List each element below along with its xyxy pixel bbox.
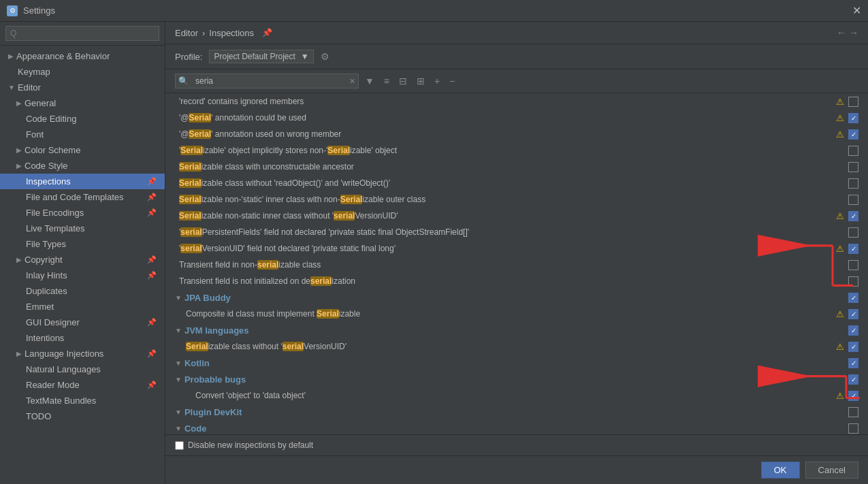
sidebar-item-live-templates[interactable]: Live Templates — [0, 221, 165, 236]
sidebar-item-code-style[interactable]: ▶ Code Style — [0, 158, 165, 174]
inspection-checkbox[interactable] — [848, 260, 858, 270]
bottom-bar: Disable new inspections by default — [165, 434, 868, 455]
sidebar-search-box[interactable] — [0, 22, 165, 46]
search-input[interactable] — [191, 74, 347, 88]
sidebar-item-natural-languages[interactable]: Natural Languages — [0, 361, 165, 377]
inspection-text: Serializable non-static inner class with… — [179, 211, 836, 221]
inspection-checkbox[interactable] — [848, 195, 858, 205]
sidebar-item-editor[interactable]: ▼ Editor — [0, 80, 165, 95]
sidebar-item-copyright[interactable]: ▶ Copyright 📌 — [0, 252, 165, 268]
table-row[interactable]: 'Serializable' object implicitly stores … — [165, 142, 868, 159]
inspection-checkbox[interactable] — [848, 227, 858, 238]
group-checkbox[interactable] — [848, 423, 858, 434]
group-header-probable-bugs[interactable]: ▼ Probable bugs — [165, 371, 868, 387]
table-row[interactable]: Serializable non-'static' inner class wi… — [165, 191, 868, 208]
sidebar-item-inspections[interactable]: Inspections 📌 — [0, 174, 165, 189]
table-row[interactable]: Transient field is not initialized on de… — [165, 273, 868, 289]
table-row[interactable]: 'record' contains ignored members ⚠ — [165, 93, 868, 110]
filter-button[interactable]: ▼ — [361, 74, 378, 88]
inspection-text: Serializable class without 'readObject()… — [179, 178, 848, 188]
group-header-jvm-languages[interactable]: ▼ JVM languages — [165, 322, 868, 338]
table-row[interactable]: Serializable class without 'readObject()… — [165, 175, 868, 191]
sidebar-item-code-editing[interactable]: Code Editing — [0, 111, 165, 127]
nav-back-button[interactable]: ← — [837, 27, 846, 38]
inspection-checkbox[interactable] — [848, 178, 858, 189]
sidebar-search-input[interactable] — [5, 26, 159, 41]
inspection-checkbox[interactable] — [848, 162, 858, 172]
group-header-kotlin[interactable]: ▼ Kotlin — [165, 355, 868, 371]
sidebar-item-label: Inspections — [26, 176, 71, 187]
sidebar-item-label: Duplicates — [26, 286, 67, 296]
sidebar: ▶ Appearance & Behavior Keymap ▼ Editor … — [0, 22, 165, 484]
gear-button[interactable]: ⚙ — [321, 51, 329, 62]
sidebar-item-intentions[interactable]: Intentions — [0, 330, 165, 346]
sidebar-item-duplicates[interactable]: Duplicates — [0, 283, 165, 299]
inspection-checkbox[interactable] — [848, 276, 858, 287]
sidebar-item-gui-designer[interactable]: GUI Designer 📌 — [0, 314, 165, 330]
pin-icon: 📌 — [147, 318, 157, 327]
inspection-checkbox[interactable] — [848, 244, 858, 254]
sidebar-item-todo[interactable]: TODO — [0, 408, 165, 424]
group-checkbox[interactable] — [848, 358, 858, 368]
sidebar-item-language-injections[interactable]: ▶ Language Injections 📌 — [0, 346, 165, 361]
sidebar-item-reader-mode[interactable]: Reader Mode 📌 — [0, 377, 165, 393]
group-header-jpa-buddy[interactable]: ▼ JPA Buddy — [165, 289, 868, 306]
group-checkbox[interactable] — [848, 374, 858, 385]
expand-arrow: ▼ — [8, 84, 15, 91]
sidebar-item-inlay-hints[interactable]: Inlay Hints 📌 — [0, 268, 165, 283]
sidebar-item-emmet[interactable]: Emmet — [0, 299, 165, 314]
sidebar-item-textmate-bundles[interactable]: TextMate Bundles — [0, 393, 165, 408]
settings-icon: ⚙ — [7, 5, 18, 16]
group-checkbox[interactable] — [848, 325, 858, 336]
table-row[interactable]: '@Serial' annotation could be used ⚠ — [165, 110, 868, 126]
sidebar-item-general[interactable]: ▶ General — [0, 95, 165, 111]
pin-icon: 📌 — [147, 193, 157, 202]
inspection-checkbox[interactable] — [848, 113, 858, 123]
disable-inspections-checkbox[interactable] — [175, 441, 184, 450]
inspection-checkbox[interactable] — [848, 309, 858, 319]
disable-inspections-label[interactable]: Disable new inspections by default — [175, 440, 313, 450]
ok-button[interactable]: OK — [761, 462, 800, 479]
add-button[interactable]: + — [431, 74, 443, 88]
table-row[interactable]: Serializable class with unconstructable … — [165, 159, 868, 175]
minus-button[interactable]: − — [446, 74, 458, 88]
table-row[interactable]: Serializable class without 'serialVersio… — [165, 338, 868, 355]
inspection-checkbox[interactable] — [848, 342, 858, 352]
breadcrumb-separator: › — [202, 28, 205, 38]
group-header-code[interactable]: ▼ Code — [165, 420, 868, 434]
sidebar-item-appearance[interactable]: ▶ Appearance & Behavior — [0, 48, 165, 64]
sidebar-item-file-and-code-templates[interactable]: File and Code Templates 📌 — [0, 189, 165, 205]
inspection-text: Serializable non-'static' inner class wi… — [179, 195, 848, 204]
settings-window: ⚙ Settings ✕ ▶ Appearance & Behavior Key… — [0, 0, 868, 484]
table-row[interactable]: Composite id class must implement Serial… — [165, 306, 868, 322]
table-row[interactable]: Transient field in non-serializable clas… — [165, 257, 868, 273]
inspection-checkbox[interactable] — [848, 129, 858, 140]
table-row[interactable]: 'serialVersionUID' field not declared 'p… — [165, 240, 868, 257]
nav-forward-button[interactable]: → — [849, 27, 858, 38]
table-row[interactable]: 'serialPersistentFields' field not decla… — [165, 224, 868, 240]
collapse-all-button[interactable]: ⊟ — [396, 74, 411, 88]
group-button[interactable]: ⊞ — [413, 74, 428, 88]
inspection-checkbox[interactable] — [848, 391, 858, 401]
cancel-button[interactable]: Cancel — [805, 462, 858, 479]
close-button[interactable]: ✕ — [852, 4, 861, 17]
group-checkbox[interactable] — [848, 407, 858, 417]
table-row[interactable]: Convert 'object' to 'data object' ⚠ — [165, 387, 868, 404]
sidebar-item-font[interactable]: Font — [0, 127, 165, 142]
table-row[interactable]: '@Serial' annotation used on wrong membe… — [165, 126, 868, 142]
group-checkbox[interactable] — [848, 293, 858, 303]
inspection-checkbox[interactable] — [848, 211, 858, 221]
inspection-checkbox[interactable] — [848, 146, 858, 156]
expand-all-button[interactable]: ≡ — [381, 74, 393, 88]
group-header-plugin-devkit[interactable]: ▼ Plugin DevKit — [165, 404, 868, 420]
warning-icon: ⚠ — [836, 342, 844, 352]
sidebar-item-file-encodings[interactable]: File Encodings 📌 — [0, 205, 165, 221]
sidebar-item-color-scheme[interactable]: ▶ Color Scheme — [0, 142, 165, 158]
profile-select[interactable]: Project Default Project ▼ — [209, 50, 313, 63]
inspection-checkbox[interactable] — [848, 97, 858, 107]
table-row[interactable]: Serializable non-static inner class with… — [165, 208, 868, 224]
sidebar-item-label: File and Code Templates — [26, 192, 124, 202]
clear-search-button[interactable]: ✕ — [347, 77, 358, 86]
sidebar-item-file-types[interactable]: File Types — [0, 236, 165, 252]
sidebar-item-keymap[interactable]: Keymap — [0, 64, 165, 80]
